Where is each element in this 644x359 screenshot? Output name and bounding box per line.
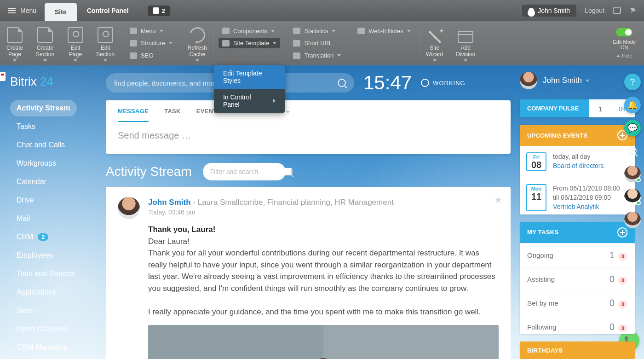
sidebar-item-mail[interactable]: Mail bbox=[10, 210, 36, 227]
sidebar-item-crm[interactable]: CRM2 bbox=[10, 229, 55, 245]
rail-search-button[interactable] bbox=[624, 143, 641, 159]
post-author-link[interactable]: John Smith bbox=[148, 198, 191, 207]
notifications-button[interactable]: 🔔 bbox=[624, 97, 641, 113]
add-task-button[interactable] bbox=[617, 227, 627, 237]
composer-tab-task[interactable]: TASK bbox=[164, 108, 181, 122]
label: Short URL bbox=[304, 40, 332, 46]
hamburger-icon bbox=[8, 8, 16, 13]
task-row[interactable]: Following00 bbox=[520, 315, 635, 335]
post-time: Today, 03:46 pm bbox=[148, 208, 394, 217]
sidebar-item-workgroups[interactable]: Workgroups bbox=[10, 155, 63, 172]
post-recipients: Laura Smallcombe, Financial planning, HR… bbox=[198, 198, 394, 207]
note-icon bbox=[357, 28, 365, 34]
post-attachment-image[interactable] bbox=[148, 325, 499, 359]
event-link[interactable]: Vertrieb Analytik bbox=[553, 203, 599, 210]
ribbon-short-url[interactable]: Short URL bbox=[289, 38, 345, 48]
notification-pill[interactable]: 2 bbox=[148, 6, 170, 16]
composer: MESSAGETASKEVENTPOLLMORE Send message … bbox=[106, 100, 511, 154]
sidebar-item-activity-stream[interactable]: Activity Stream bbox=[10, 100, 77, 116]
label: Refresh Cache bbox=[188, 45, 207, 58]
ribbon-components[interactable]: Components bbox=[218, 26, 281, 36]
search-icon[interactable] bbox=[338, 79, 346, 87]
label: Web-It Notes bbox=[368, 28, 403, 35]
create-page-button[interactable]: Create Page bbox=[0, 21, 29, 65]
task-row[interactable]: Assisting00 bbox=[520, 267, 635, 291]
filter-input[interactable] bbox=[210, 168, 291, 175]
tasks-header: MY TASKS bbox=[520, 222, 635, 243]
sidebar-item-employees[interactable]: Employees bbox=[10, 247, 59, 264]
ribbon-structure[interactable]: Structure bbox=[126, 38, 176, 48]
sidebar-item-crm-marketing[interactable]: CRM Marketing bbox=[10, 339, 74, 356]
site-template-dropdown: Edit Template Styles In Control Panel bbox=[214, 65, 285, 113]
composer-tab-message[interactable]: MESSAGE bbox=[118, 108, 149, 122]
stream-post: ★ John Smith › Laura Smallcombe, Financi… bbox=[106, 187, 511, 359]
pulse-label[interactable]: COMPANY PULSE bbox=[520, 99, 589, 117]
sidebar-item-calendar[interactable]: Calendar bbox=[10, 174, 53, 190]
event-link[interactable]: Board of directors bbox=[553, 162, 604, 169]
task-row[interactable]: Set by me00 bbox=[520, 291, 635, 315]
post-subject: Thank you, Laura! bbox=[148, 225, 215, 234]
sidebar-item-drive[interactable]: Drive bbox=[10, 192, 40, 208]
current-user-dropdown[interactable]: John Smith bbox=[543, 76, 589, 85]
admin-menu-button[interactable]: Menu bbox=[0, 7, 45, 14]
ribbon-menu[interactable]: Menu bbox=[126, 26, 176, 36]
brand-logo[interactable]: Bitrix 24 bbox=[10, 75, 106, 89]
label: Edit Page bbox=[69, 45, 82, 58]
sidebar-item-open-channels[interactable]: Open Channels bbox=[10, 321, 74, 337]
label: Components bbox=[233, 28, 267, 35]
sidebar-item-sites[interactable]: Sites bbox=[10, 302, 40, 319]
ribbon-statistics[interactable]: Statistics bbox=[289, 26, 345, 36]
refresh-cache-button[interactable]: Refresh Cache bbox=[181, 21, 213, 65]
contact-avatar[interactable] bbox=[624, 166, 641, 182]
ribbon-seo[interactable]: SEO bbox=[126, 50, 176, 61]
edit-page-button[interactable]: Edit Page bbox=[61, 21, 90, 65]
sidebar-item-applications[interactable]: Applications bbox=[10, 284, 63, 301]
add-division-button[interactable]: Add Division bbox=[449, 21, 482, 65]
edit-mode-toggle[interactable] bbox=[616, 28, 632, 36]
avatar[interactable] bbox=[118, 197, 140, 219]
chat-button[interactable]: 💬 bbox=[624, 120, 641, 136]
chart-icon bbox=[130, 52, 137, 59]
star-icon[interactable]: ★ bbox=[494, 194, 502, 205]
pin-icon[interactable] bbox=[628, 6, 637, 15]
task-count: 0 bbox=[610, 298, 615, 308]
event-row[interactable]: Mon11From 06/11/2018 08:00 till 06/12/20… bbox=[520, 178, 635, 214]
site-wizard-button[interactable]: Site Wizard bbox=[420, 21, 449, 65]
help-button[interactable]: ? bbox=[624, 74, 641, 90]
contact-avatar[interactable] bbox=[624, 189, 641, 205]
stream-filter[interactable] bbox=[203, 163, 286, 180]
composer-input[interactable]: Send message … bbox=[106, 122, 511, 154]
collapse-flag-icon[interactable] bbox=[0, 72, 6, 81]
ribbon-webit-notes[interactable]: Web-It Notes bbox=[354, 26, 414, 36]
ribbon-translation[interactable]: Translation bbox=[289, 50, 345, 61]
tab-control-panel[interactable]: Control Panel bbox=[77, 0, 139, 21]
dd-edit-template-styles[interactable]: Edit Template Styles bbox=[214, 65, 285, 89]
edit-section-button[interactable]: Edit Section bbox=[90, 21, 121, 65]
contact-avatar[interactable] bbox=[624, 212, 641, 228]
sidebar-item-chat-and-calls[interactable]: Chat and Calls bbox=[10, 137, 71, 153]
label: Edit Section bbox=[96, 45, 115, 58]
task-label: Set by me bbox=[527, 299, 558, 307]
link-icon bbox=[293, 40, 300, 46]
task-row[interactable]: Ongoing10 bbox=[520, 243, 635, 267]
admin-user-chip[interactable]: John Smith bbox=[522, 5, 576, 17]
label: John Smith bbox=[543, 76, 582, 85]
label: UPCOMING EVENTS bbox=[527, 132, 588, 139]
avatar[interactable] bbox=[520, 72, 537, 89]
logout-link[interactable]: Logout bbox=[585, 7, 604, 14]
sidebar-item-time-and-reports[interactable]: Time and Reports bbox=[10, 266, 81, 282]
hide-ribbon-link[interactable]: Hide bbox=[616, 53, 632, 58]
dd-in-control-panel[interactable]: In Control Panel bbox=[214, 89, 285, 113]
tab-site[interactable]: Site bbox=[45, 3, 77, 21]
create-section-button[interactable]: Create Section bbox=[29, 21, 61, 65]
window-icon[interactable] bbox=[613, 7, 621, 14]
folder-lock-icon bbox=[98, 27, 113, 43]
tree-icon bbox=[130, 40, 137, 46]
working-status[interactable]: WORKING bbox=[421, 79, 466, 87]
search-icon[interactable] bbox=[291, 168, 293, 176]
admin-menu-label: Menu bbox=[20, 7, 36, 14]
ribbon-site-template[interactable]: Site Template bbox=[218, 38, 281, 48]
sidebar: Bitrix 24 Activity StreamTasksChat and C… bbox=[0, 65, 106, 359]
sidebar-item-tasks[interactable]: Tasks bbox=[10, 118, 42, 135]
event-row[interactable]: Fri08today, all dayBoard of directors bbox=[520, 146, 635, 178]
